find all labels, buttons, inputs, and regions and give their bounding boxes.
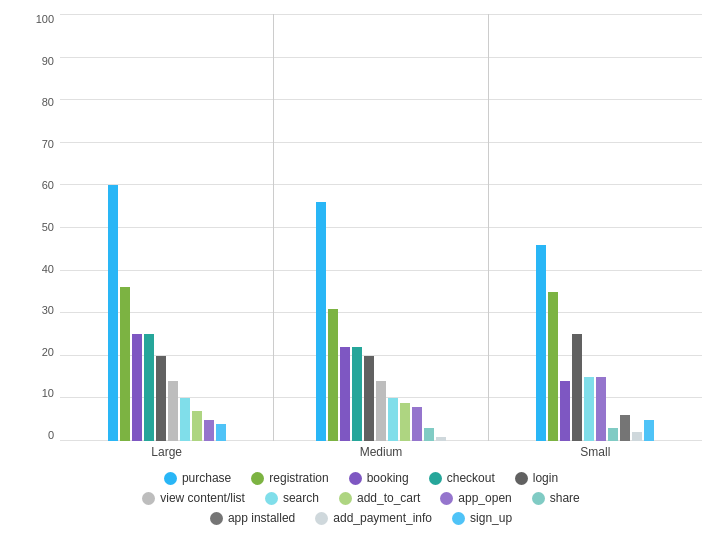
bar-booking [560, 381, 570, 441]
y-axis-label: 60 [42, 180, 54, 191]
legend-item-search: search [265, 491, 319, 505]
legend-label: app installed [228, 511, 295, 525]
bars-row [274, 14, 487, 441]
group-section-medium [274, 14, 487, 441]
x-label: Medium [360, 445, 403, 459]
x-label: Large [151, 445, 182, 459]
y-axis-label: 80 [42, 97, 54, 108]
legend-row: purchaseregistrationbookingcheckoutlogin [164, 471, 558, 485]
legend-dot [339, 492, 352, 505]
legend-dot [440, 492, 453, 505]
legend-dot [265, 492, 278, 505]
y-axis-label: 20 [42, 347, 54, 358]
legend-dot [429, 472, 442, 485]
bar-sign_up [216, 424, 226, 441]
y-axis-label: 0 [48, 430, 54, 441]
bar-add_payment_info [632, 432, 642, 441]
legend-item-booking: booking [349, 471, 409, 485]
y-axis-label: 30 [42, 305, 54, 316]
legend-dot [349, 472, 362, 485]
group-section-large [60, 14, 273, 441]
chart-container: 1009080706050403020100 LargeMediumSmall … [20, 10, 702, 525]
x-label-section: Medium [274, 441, 487, 463]
legend-item-view_content_list: view content/list [142, 491, 245, 505]
bar-app_open [412, 407, 422, 441]
bar-search [180, 398, 190, 441]
bar-checkout [144, 334, 154, 441]
legend-item-sign_up: sign_up [452, 511, 512, 525]
legend-label: sign_up [470, 511, 512, 525]
plot-area: LargeMediumSmall [60, 10, 702, 463]
x-label-section: Large [60, 441, 273, 463]
legend-dot [532, 492, 545, 505]
bars-row [489, 14, 702, 441]
y-axis-label: 10 [42, 388, 54, 399]
group-section-small [489, 14, 702, 441]
bar-add_to_cart [192, 411, 202, 441]
legend-dot [142, 492, 155, 505]
bar-purchase [536, 245, 546, 441]
bar-search [584, 377, 594, 441]
legend: purchaseregistrationbookingcheckoutlogin… [20, 471, 702, 525]
legend-label: login [533, 471, 558, 485]
y-axis-label: 40 [42, 264, 54, 275]
bar-view_content_list [376, 381, 386, 441]
y-axis-label: 100 [36, 14, 54, 25]
chart-area: 1009080706050403020100 LargeMediumSmall [20, 10, 702, 463]
bar-app_open [204, 420, 214, 441]
bar-booking [132, 334, 142, 441]
bar-booking [340, 347, 350, 441]
groups-container [60, 14, 702, 441]
legend-label: registration [269, 471, 328, 485]
legend-label: purchase [182, 471, 231, 485]
legend-row: view content/listsearchadd_to_cartapp_op… [142, 491, 580, 505]
legend-dot [452, 512, 465, 525]
legend-label: checkout [447, 471, 495, 485]
bars-row [60, 14, 273, 441]
legend-item-share: share [532, 491, 580, 505]
legend-item-app_installed: app installed [210, 511, 295, 525]
bar-app_open [596, 377, 606, 441]
legend-item-checkout: checkout [429, 471, 495, 485]
legend-label: view content/list [160, 491, 245, 505]
legend-item-add_payment_info: add_payment_info [315, 511, 432, 525]
legend-dot [210, 512, 223, 525]
legend-label: booking [367, 471, 409, 485]
legend-dot [515, 472, 528, 485]
legend-row: app installedadd_payment_infosign_up [210, 511, 512, 525]
bar-add_to_cart [400, 403, 410, 441]
bar-search [388, 398, 398, 441]
legend-item-add_to_cart: add_to_cart [339, 491, 420, 505]
legend-dot [251, 472, 264, 485]
legend-label: add_payment_info [333, 511, 432, 525]
bar-registration [328, 309, 338, 441]
bar-login [156, 356, 166, 441]
legend-label: add_to_cart [357, 491, 420, 505]
legend-label: app_open [458, 491, 511, 505]
bar-share [608, 428, 618, 441]
bar-share [424, 428, 434, 441]
legend-item-registration: registration [251, 471, 328, 485]
bar-purchase [316, 202, 326, 441]
legend-item-purchase: purchase [164, 471, 231, 485]
bar-registration [120, 287, 130, 441]
legend-dot [315, 512, 328, 525]
bar-purchase [108, 185, 118, 441]
y-axis-label: 90 [42, 56, 54, 67]
legend-dot [164, 472, 177, 485]
bar-checkout [352, 347, 362, 441]
y-axis-label: 50 [42, 222, 54, 233]
bar-sign_up [644, 420, 654, 441]
legend-item-app_open: app_open [440, 491, 511, 505]
x-label: Small [580, 445, 610, 459]
x-label-section: Small [489, 441, 702, 463]
bar-registration [548, 292, 558, 441]
bar-app_installed [620, 415, 630, 441]
legend-item-login: login [515, 471, 558, 485]
bar-login [572, 334, 582, 441]
bar-view_content_list [168, 381, 178, 441]
y-axis-label: 70 [42, 139, 54, 150]
legend-label: search [283, 491, 319, 505]
x-labels: LargeMediumSmall [60, 441, 702, 463]
y-axis: 1009080706050403020100 [20, 10, 60, 463]
